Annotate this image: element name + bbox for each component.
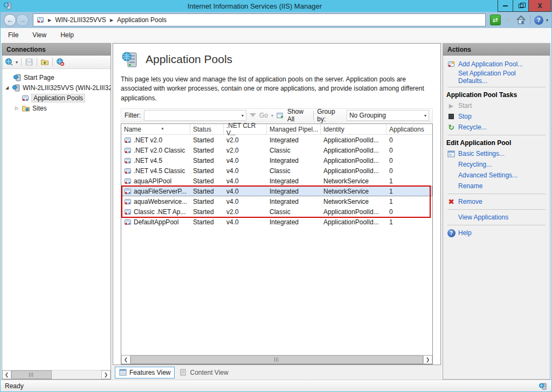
scrollbar-thumb[interactable]: [11, 370, 52, 379]
app-pool-icon: [124, 147, 132, 154]
action-recycle[interactable]: ↻ Recycle...: [446, 122, 546, 133]
back-button[interactable]: ←: [4, 14, 16, 26]
tree-item-sites[interactable]: ▷ Sites: [2, 103, 111, 113]
stop-square-icon: [448, 114, 454, 119]
status-bar: Ready: [1, 380, 551, 391]
action-recycling[interactable]: Recycling...: [446, 159, 546, 170]
connections-horizontal-scrollbar[interactable]: ❮ ❯: [2, 370, 111, 379]
tree-item-start-page[interactable]: Start Page: [2, 72, 111, 82]
breadcrumb-current[interactable]: Application Pools: [117, 16, 167, 24]
menu-file[interactable]: File: [8, 31, 18, 39]
add-pool-icon: [447, 60, 455, 68]
help-icon[interactable]: ?: [534, 16, 543, 25]
table-row[interactable]: .NET v4.5 Classic Started v4.0 Classic A…: [121, 166, 432, 176]
sort-ascending-icon: ▲: [161, 126, 164, 130]
menu-view[interactable]: View: [32, 31, 46, 39]
up-folder-icon[interactable]: [40, 58, 49, 66]
table-row[interactable]: .NET v2.0 Classic Started v2.0 Classic A…: [121, 145, 432, 155]
show-all-button[interactable]: Show All: [287, 108, 310, 123]
forward-button[interactable]: →: [16, 14, 29, 26]
action-start[interactable]: ▶ Start: [446, 100, 546, 111]
connections-header: Connections: [2, 44, 111, 56]
sites-folder-icon: [22, 104, 30, 113]
divider: [52, 58, 53, 66]
group-by-select[interactable]: No Grouping ▾: [347, 110, 429, 121]
breadcrumb-server[interactable]: WIN-2LIII325VVS: [55, 16, 106, 24]
go-button[interactable]: Go: [259, 112, 268, 119]
home-icon[interactable]: [516, 15, 526, 25]
app-pool-icon: [124, 218, 132, 226]
title-bar: Internet Information Services (IIS) Mana…: [1, 0, 551, 12]
minimize-icon: [503, 5, 508, 6]
iis-manager-window: Internet Information Services (IIS) Mana…: [0, 0, 552, 392]
main-column: Application Pools This page lets you vie…: [113, 43, 441, 380]
remove-x-icon: ✖: [448, 197, 454, 206]
basic-settings-icon: [447, 150, 455, 157]
column-header-name[interactable]: Name▲: [121, 124, 190, 134]
list-horizontal-scrollbar[interactable]: ❮ ❯: [121, 355, 432, 364]
table-row[interactable]: aquaAPIPool Started v4.0 Integrated Netw…: [121, 176, 432, 186]
page-description: This page lets you view and manage the l…: [121, 75, 431, 103]
table-row[interactable]: .NET v4.5 Started v4.0 Integrated Applic…: [121, 155, 432, 166]
application-pools-icon: [22, 94, 29, 102]
minimize-button[interactable]: [498, 0, 513, 12]
stop-icon[interactable]: ✕: [503, 15, 513, 25]
table-row[interactable]: Classic .NET Ap... Started v2.0 Classic …: [121, 207, 432, 217]
menu-help[interactable]: Help: [60, 31, 74, 39]
tree-item-application-pools[interactable]: Application Pools: [2, 93, 111, 103]
action-view-applications[interactable]: View Applications: [446, 212, 546, 223]
tab-features-view[interactable]: Features View: [115, 367, 175, 379]
filter-input[interactable]: ▾: [144, 110, 246, 121]
action-remove[interactable]: ✖ Remove: [446, 196, 546, 207]
iis-app-icon: [3, 2, 12, 10]
actions-group-pool-tasks: Application Pool Tasks: [446, 90, 546, 100]
show-all-icon: [277, 112, 284, 119]
divider: [447, 135, 546, 135]
restore-button[interactable]: [513, 0, 529, 12]
scroll-right-icon[interactable]: ❯: [423, 355, 432, 364]
refresh-icon[interactable]: ⇄: [490, 15, 501, 25]
table-row[interactable]: .NET v2.0 Started v2.0 Integrated Applic…: [121, 135, 432, 145]
scroll-right-icon[interactable]: ❯: [101, 370, 111, 379]
action-set-pool-defaults[interactable]: Set Application Pool Defaults...: [446, 70, 546, 85]
app-pool-icon: [124, 157, 132, 164]
tab-content-view[interactable]: Content View: [176, 367, 232, 378]
column-header-clr-version[interactable]: .NET CLR V...: [224, 124, 267, 134]
tree-collapsed-icon[interactable]: ▷: [14, 106, 19, 111]
chevron-down-icon: ▾: [424, 113, 426, 118]
tree-expanded-icon[interactable]: ◢: [4, 85, 10, 90]
action-rename[interactable]: Rename: [446, 181, 546, 191]
create-connection-icon[interactable]: [5, 58, 13, 66]
table-row[interactable]: DefaultAppPool Started v4.0 Integrated A…: [121, 217, 432, 227]
go-dropdown-icon[interactable]: ▾: [271, 113, 273, 118]
column-header-status[interactable]: Status: [190, 124, 224, 134]
action-help[interactable]: ? Help: [446, 228, 546, 238]
breadcrumb-separator-icon: ▶: [110, 18, 113, 23]
action-add-application-pool[interactable]: Add Application Pool...: [446, 59, 546, 70]
group-by-label: Group by:: [317, 108, 343, 123]
scrollbar-thumb[interactable]: [130, 355, 423, 364]
application-pools-page-icon: [121, 50, 139, 68]
connection-dropdown-icon[interactable]: ▾: [16, 60, 18, 65]
action-stop[interactable]: Stop: [446, 111, 546, 122]
table-row-selected[interactable]: aquaFileServerP... Started v4.0 Integrat…: [121, 186, 432, 196]
table-row[interactable]: aquaWebservice... Started v4.0 Integrate…: [121, 196, 432, 207]
scroll-left-icon[interactable]: ❮: [2, 370, 11, 379]
column-header-identity[interactable]: Identity: [321, 124, 387, 134]
divider: [530, 16, 530, 24]
breadcrumb[interactable]: ▶ WIN-2LIII325VVS ▶ Application Pools: [33, 13, 486, 26]
tab-label: Features View: [129, 369, 170, 376]
tree-item-server[interactable]: ◢ WIN-2LIII325VVS (WIN-2LIII32: [2, 82, 111, 93]
close-button[interactable]: X: [529, 0, 551, 12]
column-header-applications[interactable]: Applications: [387, 124, 432, 134]
action-basic-settings[interactable]: Basic Settings...: [446, 148, 546, 159]
save-icon[interactable]: [25, 58, 33, 66]
breadcrumb-separator-icon: ▶: [48, 18, 51, 23]
chevron-down-icon: ▾: [242, 113, 244, 118]
features-view-icon: [119, 369, 127, 376]
scroll-left-icon[interactable]: ❮: [121, 355, 130, 364]
column-header-pipeline[interactable]: Managed Pipel...: [267, 124, 321, 134]
delete-connection-icon[interactable]: [56, 58, 65, 66]
action-advanced-settings[interactable]: Advanced Settings...: [446, 170, 546, 181]
help-dropdown-icon[interactable]: ▾: [546, 18, 548, 23]
